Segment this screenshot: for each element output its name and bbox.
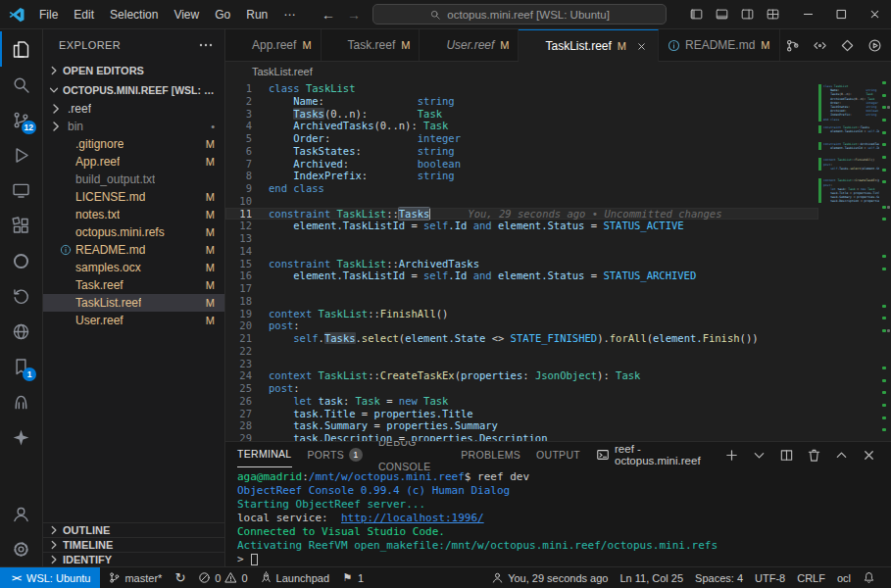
activity-reef-console[interactable] (0, 243, 42, 278)
status-flags[interactable]: ⚑1 (335, 567, 370, 588)
status-sync[interactable]: ↻ (168, 567, 192, 588)
file-samples-ocx[interactable]: samples.ocxM (43, 259, 224, 276)
file-readme-md[interactable]: README.mdM (43, 241, 224, 259)
code-line-13[interactable]: 13 (225, 232, 818, 245)
minimize-button[interactable] (791, 0, 824, 29)
file-app-reef[interactable]: App.reefM (43, 153, 224, 171)
panel-tab-terminal[interactable]: TERMINAL (237, 443, 292, 467)
menu-edit[interactable]: Edit (66, 4, 102, 25)
editor-action-goto-symbol[interactable] (835, 33, 861, 57)
code-line-26[interactable]: 26 let task: Task = new Task (225, 395, 818, 408)
file-user-reef[interactable]: User.reefM (43, 312, 224, 329)
code-line-4[interactable]: 4 ArchivedTasks(0..n): Task (225, 120, 818, 132)
tab-app-reef[interactable]: App.reefM (225, 29, 322, 61)
explorer-more-actions-button[interactable] (197, 36, 215, 54)
code-line-1[interactable]: 1class TaskList (225, 82, 818, 95)
layout-sidebar-button[interactable] (683, 3, 709, 26)
code-line-10[interactable]: 10 (225, 195, 818, 208)
status-launchpad[interactable]: Launchpad (254, 567, 335, 588)
terminal-action-add[interactable] (718, 443, 744, 466)
code-line-15[interactable]: 15constraint TaskList::ArchivedTasks (225, 258, 818, 270)
panel-tab-debug-console[interactable]: DEBUG CONSOLE (378, 443, 445, 467)
status-eol[interactable]: CRLF (791, 567, 831, 588)
activity-live-share[interactable] (0, 314, 42, 349)
code-line-16[interactable]: 16 element.TaskListId = self.Id and elem… (225, 270, 818, 282)
status-notifications[interactable] (857, 567, 881, 588)
code-line-8[interactable]: 8 IndexPrefix: string (225, 170, 818, 182)
code-line-2[interactable]: 2 Name: string (225, 95, 818, 108)
activity-sparkle[interactable] (0, 419, 42, 455)
code-line-23[interactable]: 23 (225, 358, 818, 370)
file-reef[interactable]: .reef (43, 100, 224, 118)
file-build-output-txt[interactable]: build_output.txt (43, 171, 224, 188)
status-branch[interactable]: master* (102, 567, 168, 588)
menu-file[interactable]: File (31, 4, 66, 25)
code-line-20[interactable]: 20post: (225, 319, 818, 332)
activity-octopus-tools[interactable] (0, 384, 42, 419)
code-line-14[interactable]: 14 (225, 245, 818, 258)
code-line-21[interactable]: 21 self.Tasks.select(element.State <> ST… (225, 332, 818, 345)
terminal-action-chevron-up[interactable] (828, 443, 854, 466)
tab-task-reef[interactable]: Task.reefM (322, 29, 421, 61)
status-indentation[interactable]: Spaces: 4 (689, 567, 749, 588)
activity-explorer[interactable] (0, 31, 42, 67)
code-line-7[interactable]: 7 Archived: boolean (225, 158, 818, 171)
breadcrumb[interactable]: TaskList.reef (225, 62, 891, 81)
terminal-session[interactable]: reef - octopus.mini.reef (596, 443, 709, 466)
section-timeline[interactable]: TIMELINE (43, 537, 224, 552)
status-remote[interactable]: ><WSL: Ubuntu (0, 567, 100, 588)
activity-search[interactable] (0, 67, 42, 102)
status-encoding[interactable]: UTF-8 (749, 567, 791, 588)
command-center-search[interactable]: octopus.mini.reef [WSL: Ubuntu] (372, 4, 667, 24)
layout-panel-button[interactable] (709, 3, 734, 26)
activity-account[interactable] (0, 496, 42, 531)
overview-ruler[interactable] (881, 81, 891, 441)
file-tasklist-reef[interactable]: TaskList.reefM (43, 294, 224, 312)
menu-go[interactable]: Go (207, 4, 238, 25)
editor-action-run-circle[interactable] (863, 33, 888, 57)
file-gitignore[interactable]: .gitignoreM (43, 135, 224, 153)
tab-user-reef[interactable]: User.reefM (420, 29, 519, 61)
code-line-9[interactable]: 9end class (225, 182, 818, 195)
tab-tasklist-reef[interactable]: TaskList.reefM (519, 29, 659, 62)
terminal-lines[interactable]: aga@madrid:/mnt/w/octopus.mini.reef$ ree… (225, 467, 891, 566)
go-back-button[interactable]: ← (320, 7, 337, 23)
go-forward-button[interactable]: → (345, 7, 363, 23)
close-button[interactable] (858, 0, 891, 29)
status-cursor-position[interactable]: Ln 11, Col 25 (614, 567, 689, 588)
workspace-header[interactable]: OCTOPUS.MINI.REEF [WSL: UBUNTU] (43, 80, 224, 100)
close-tab-button[interactable] (633, 38, 649, 54)
terminal-action-close[interactable] (856, 443, 881, 466)
code-line-17[interactable]: 17 (225, 282, 818, 295)
file-task-reef[interactable]: Task.reefM (43, 276, 224, 294)
activity-remote-explorer[interactable] (0, 172, 42, 208)
code-line-18[interactable]: 18 (225, 295, 818, 308)
code-line-25[interactable]: 25post: (225, 382, 818, 395)
file-octopus-mini-refs[interactable]: octopus.mini.refsM (43, 223, 224, 241)
menu-more[interactable]: ⋯ (275, 4, 303, 25)
panel-tab-output[interactable]: OUTPUT (536, 443, 580, 467)
menu-run[interactable]: Run (238, 4, 275, 25)
maximize-button[interactable] (824, 0, 858, 29)
activity-settings[interactable] (0, 531, 42, 566)
file-license-md[interactable]: LICENSE.mdM (43, 188, 224, 206)
code-line-5[interactable]: 5 Order: integer (225, 132, 818, 145)
menu-view[interactable]: View (166, 4, 207, 25)
panel-tab-problems[interactable]: PROBLEMS (461, 443, 520, 467)
file-notes-txt[interactable]: notes.txtM (43, 206, 224, 223)
code-line-22[interactable]: 22 (225, 345, 818, 358)
code-line-19[interactable]: 19context TaskList::FinishAll() (225, 308, 818, 320)
terminal-action-split-editor[interactable] (773, 443, 799, 466)
code-line-3[interactable]: 3 Tasks(0..n): Task (225, 108, 818, 121)
editor-action-code-tag[interactable] (808, 33, 833, 57)
layout-grid-button[interactable] (760, 3, 785, 26)
activity-bookmarks[interactable]: 1 (0, 349, 42, 384)
editor[interactable]: 1class TaskList2 Name: string3 Tasks(0..… (225, 81, 891, 441)
status-blame[interactable]: You, 29 seconds ago (485, 567, 614, 588)
file-bin[interactable]: bin• (43, 118, 224, 135)
code-line-27[interactable]: 27 task.Title = properties.Title (225, 408, 818, 420)
tab-readme-md[interactable]: README.mdM (659, 29, 780, 61)
activity-extensions[interactable] (0, 208, 42, 243)
code-line-29[interactable]: 29 task.Description = properties.Descrip… (225, 432, 818, 441)
minimap[interactable]: class TaskList Name: string Tasks(0..n):… (818, 81, 881, 441)
